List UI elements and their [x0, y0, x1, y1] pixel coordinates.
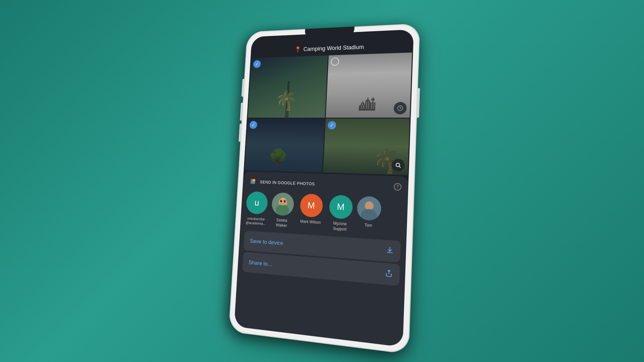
svg-point-1	[396, 163, 400, 166]
photo-cell-4[interactable]: ✓	[323, 118, 410, 175]
search-icon-overlay[interactable]	[392, 159, 405, 172]
share-icon	[385, 269, 393, 279]
clock-icon-overlay	[393, 102, 407, 114]
phone-frame: 📍 Camping World Stadium ✓	[229, 23, 420, 354]
svg-point-13	[357, 196, 382, 221]
avatar-unsubscribe: u	[246, 191, 268, 215]
phone-screen: 📍 Camping World Stadium ✓	[234, 29, 414, 347]
avatar-myzone: M	[329, 195, 353, 219]
help-label: ?	[396, 184, 399, 189]
save-device-label: Save to device	[250, 237, 283, 246]
photo-cell-1[interactable]: ✓	[248, 55, 327, 117]
share-panel: SEND IN GOOGLE PHOTOS ? u unsubscribe@ac…	[234, 171, 409, 347]
contact-item-tom[interactable]: Tom	[356, 196, 382, 229]
share-title: SEND IN GOOGLE PHOTOS	[260, 179, 391, 189]
avatar-tom	[357, 196, 382, 221]
svg-line-2	[399, 166, 401, 167]
action-buttons: Save to device Share to...	[238, 228, 407, 286]
svg-point-0	[398, 106, 403, 110]
contact-name-tom: Tom	[365, 223, 372, 228]
contact-name-unsubscribe: unsubscribe@academia...	[246, 216, 266, 226]
contact-name-myzone: MyzoneSupport	[333, 221, 347, 232]
photo-cell-2[interactable]	[326, 52, 412, 117]
google-photos-icon	[249, 177, 257, 186]
contact-name-saskia: SaskiaWalker	[276, 218, 287, 228]
avatar-mark: M	[299, 193, 323, 218]
svg-point-14	[365, 201, 374, 210]
help-icon[interactable]: ?	[394, 183, 402, 190]
photo-cell-3[interactable]: ✓	[244, 118, 325, 172]
contact-item-saskia[interactable]: SaskiaWalker	[269, 192, 296, 229]
check-mark-1: ✓	[255, 62, 259, 66]
check-badge-1: ✓	[253, 60, 261, 68]
contact-item-mark[interactable]: M Mark Wilson	[297, 193, 325, 225]
phone-mockup: 📍 Camping World Stadium ✓	[229, 23, 420, 354]
check-mark-3: ✓	[251, 123, 255, 127]
svg-point-15	[361, 209, 377, 221]
check-outline-2	[331, 57, 339, 66]
photo-grid: ✓ ✓	[244, 52, 413, 175]
check-mark-4: ✓	[330, 123, 334, 127]
contact-item-myzone[interactable]: M MyzoneSupport	[326, 194, 355, 232]
avatar-saskia	[271, 192, 294, 216]
share-to-button[interactable]: Share to...	[242, 252, 400, 286]
location-name: Camping World Stadium	[303, 43, 364, 52]
download-icon	[386, 246, 394, 255]
share-to-label: Share to...	[249, 259, 272, 267]
contact-name-mark: Mark Wilson	[300, 219, 321, 225]
check-badge-4: ✓	[327, 121, 336, 129]
location-pin-icon: 📍	[294, 46, 301, 53]
contact-item-unsubscribe[interactable]: u unsubscribe@academia...	[245, 191, 268, 226]
check-badge-3: ✓	[249, 121, 257, 129]
